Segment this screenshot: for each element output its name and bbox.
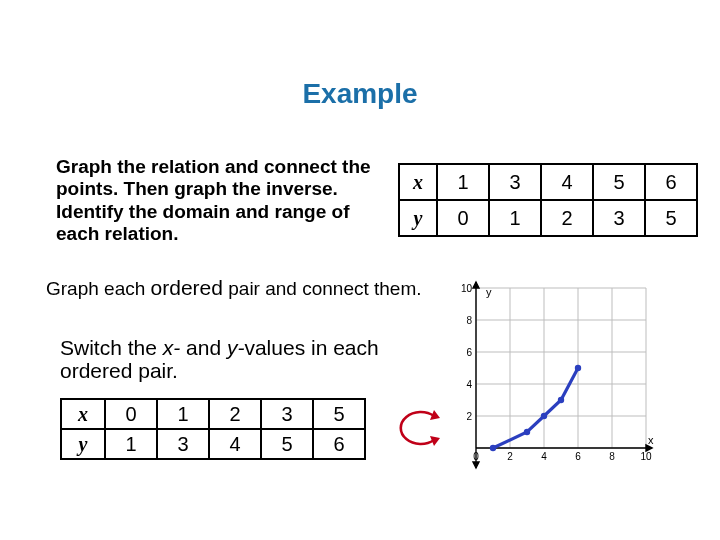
cell: 2 [209, 399, 261, 429]
cell: 4 [541, 164, 593, 200]
ytick: 8 [466, 315, 472, 326]
cell: 1 [489, 200, 541, 236]
cell: 5 [313, 399, 365, 429]
table-row: x 1 3 4 5 6 [399, 164, 697, 200]
cell: 0 [105, 399, 157, 429]
svg-point-24 [575, 365, 581, 371]
step-1-text: Graph each ordered pair and connect them… [46, 276, 436, 300]
cell: 2 [541, 200, 593, 236]
xtick: 4 [541, 451, 547, 462]
problem-instructions: Graph the relation and connect the point… [56, 156, 376, 246]
svg-marker-17 [473, 282, 479, 288]
inverse-table: x 0 1 2 3 5 y 1 3 4 5 6 [60, 398, 366, 460]
xtick: 2 [507, 451, 513, 462]
cell: 1 [437, 164, 489, 200]
chart-series-line [493, 368, 578, 448]
svg-point-20 [490, 445, 496, 451]
xtick: 8 [609, 451, 615, 462]
svg-point-22 [541, 413, 547, 419]
table-row: x 0 1 2 3 5 [61, 399, 365, 429]
cell: 1 [105, 429, 157, 459]
table-row: y 1 3 4 5 6 [61, 429, 365, 459]
svg-marker-19 [473, 462, 479, 468]
table-header-y: y [399, 200, 437, 236]
xtick: 10 [640, 451, 652, 462]
chart-series-points [490, 365, 581, 451]
ytick: 10 [461, 283, 473, 294]
cell: 6 [645, 164, 697, 200]
cell: 5 [645, 200, 697, 236]
cell: 3 [593, 200, 645, 236]
page-title: Example [0, 78, 720, 110]
xtick: 0 [473, 451, 479, 462]
table-header-y: y [61, 429, 105, 459]
ytick: 6 [466, 347, 472, 358]
svg-point-23 [558, 397, 564, 403]
cell: 4 [209, 429, 261, 459]
cell: 6 [313, 429, 365, 459]
table-header-x: x [61, 399, 105, 429]
step1-mid: ordered [151, 276, 223, 299]
step2-y: y- [227, 336, 245, 359]
cell: 5 [261, 429, 313, 459]
step1-post: pair and connect them. [223, 278, 422, 299]
table-row: y 0 1 2 3 5 [399, 200, 697, 236]
cell: 3 [489, 164, 541, 200]
xtick: 6 [575, 451, 581, 462]
step-2-text: Switch the x- and y-values in each order… [60, 336, 404, 382]
table-header-x: x [399, 164, 437, 200]
cell: 1 [157, 399, 209, 429]
svg-point-21 [524, 429, 530, 435]
relation-table: x 1 3 4 5 6 y 0 1 2 3 5 [398, 163, 698, 237]
step2-pre: Switch the [60, 336, 163, 359]
ytick: 2 [466, 411, 472, 422]
cell: 3 [157, 429, 209, 459]
chart-x-label: x [648, 434, 654, 446]
step1-pre: Graph each [46, 278, 151, 299]
step2-mid: and [186, 336, 227, 359]
ytick: 4 [466, 379, 472, 390]
chart: y x 10 8 6 4 2 0 2 4 6 8 10 [452, 280, 660, 472]
cell: 3 [261, 399, 313, 429]
step2-x: x- [163, 336, 186, 359]
cell: 5 [593, 164, 645, 200]
chart-y-label: y [486, 286, 492, 298]
cell: 0 [437, 200, 489, 236]
swap-arrow-icon [390, 400, 444, 454]
